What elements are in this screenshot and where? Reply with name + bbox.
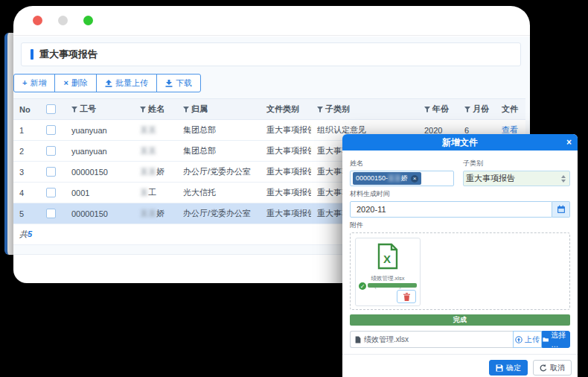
cell-name: 某某 [134,141,177,162]
cell-name: 某某娇 [134,203,177,224]
file-progress-bar [368,283,417,288]
calendar-icon [557,205,566,214]
cell-category: 重大事项报告 [261,203,311,224]
attachment-field-label: 附件 [350,221,570,230]
download-button[interactable]: 下载 [156,74,201,92]
header-month[interactable]: 月份 [458,99,496,120]
folder-icon [543,336,549,343]
close-window-button[interactable] [33,16,42,25]
name-tag: 00000150-某某娇 × [353,172,421,185]
header-year[interactable]: 年份 [418,99,458,120]
total-label: 共 [19,229,28,238]
cell-org: 集团总部 [177,141,261,162]
file-name-value: 绩效管理.xlsx [364,335,409,345]
upload-circle-icon [515,336,523,343]
upload-file-button[interactable]: 上传 [513,331,542,348]
x-icon: × [63,79,68,87]
header-no: No [13,99,40,120]
subcategory-value: 重大事项报告 [466,173,515,184]
add-button[interactable]: + 新增 [13,74,55,92]
header-org[interactable]: 归属 [177,99,261,120]
modal-close-icon[interactable]: × [566,136,572,149]
cell-no: 3 [13,162,40,183]
cell-name: 某工 [134,183,177,203]
view-file-link[interactable]: 查看 [502,125,518,134]
file-input-group: 绩效管理.xlsx 上传 选择 … [350,331,570,348]
select-spinner-icon [561,175,566,183]
select-all-checkbox[interactable] [46,104,56,114]
name-suffix: 工 [148,188,156,197]
filter-icon [424,107,430,113]
header-file: 文件 [496,99,525,120]
row-checkbox[interactable] [46,146,56,156]
add-button-label: 新增 [30,77,46,89]
confirm-button[interactable]: 确定 [489,360,528,376]
remove-tag-icon[interactable]: × [411,175,418,183]
cell-category: 重大事项报告 [261,183,311,203]
add-file-modal: 新增文件 × 姓名 00000150-某某娇 × 子类别 重 [342,134,578,377]
total-value: 5 [28,229,32,238]
filter-icon [464,107,470,113]
header-org-label: 归属 [191,104,208,113]
row-checkbox[interactable] [46,167,56,177]
header-subcategory[interactable]: 子类别 [311,99,418,120]
attachment-dropzone[interactable]: X 绩效管理.xlsx (14.58 KB) ✓ [350,232,570,310]
date-field-label: 材料生成时间 [350,189,570,199]
header-empid[interactable]: 工号 [65,99,134,120]
header-select-all [40,99,65,120]
date-field[interactable]: 2020-11 [350,201,552,218]
redacted-name: 某某 [140,209,156,218]
filter-icon [183,107,189,113]
choose-file-button[interactable]: 选择 … [542,331,570,348]
redacted-name: 某某 [140,146,156,155]
header-subcategory-label: 子类别 [325,104,350,113]
delete-button[interactable]: × 删除 [54,74,96,92]
cell-org: 集团总部 [177,120,261,141]
delete-button-label: 删除 [71,77,88,89]
cell-empid: yuanyuan [65,120,134,141]
table-header-row: No 工号 姓名 归属 文件类别 子类别 年份 月份 文件 [13,99,525,120]
modal-body: 姓名 00000150-某某娇 × 子类别 重大事项报告 [342,151,578,348]
choose-button-label: 选择 … [551,330,569,349]
header-category: 文件类别 [261,99,311,120]
upload-progress-bar: 完成 [350,314,570,326]
document-icon [355,336,361,343]
name-field[interactable]: 00000150-某某娇 × [350,171,454,186]
file-name-input[interactable]: 绩效管理.xlsx [350,331,513,348]
cell-empid: 0001 [65,183,134,203]
name-suffix: 娇 [156,209,164,218]
cell-org: 办公厅/党委办公室 [177,203,261,224]
minimize-window-button[interactable] [58,16,68,25]
progress-label: 完成 [453,315,467,325]
confirm-button-label: 确定 [506,363,521,373]
window-titlebar [13,6,530,36]
calendar-button[interactable] [552,201,570,218]
save-icon [496,364,503,372]
cell-empid: yuanyuan [65,141,134,162]
maximize-window-button[interactable] [83,16,93,25]
filter-icon [140,107,146,113]
header-name-label: 姓名 [148,104,164,113]
cell-name: 某某娇 [134,162,177,183]
undo-icon [540,364,547,372]
batch-upload-button[interactable]: 批量上传 [96,74,157,92]
page-title-panel: 重大事项报告 [21,42,521,66]
row-checkbox[interactable] [46,209,56,218]
upload-button-label: 上传 [525,335,540,345]
cancel-button[interactable]: 取消 [533,360,572,376]
cell-name: 某某 [134,120,177,141]
download-button-label: 下载 [176,77,192,89]
row-checkbox[interactable] [46,125,56,135]
redacted-name: 某某 [140,167,156,176]
row-checkbox[interactable] [46,188,56,197]
trash-icon [403,293,410,301]
title-accent-bar [31,49,33,60]
cell-no: 4 [13,183,40,203]
cell-category: 重大事项报告 [261,162,311,183]
header-name[interactable]: 姓名 [134,99,177,120]
delete-file-button[interactable] [397,290,416,303]
subcategory-select[interactable]: 重大事项报告 [463,171,570,186]
cell-category: 重大事项报告 [261,141,311,162]
name-tag-text: 00000150-某某娇 [356,174,408,183]
cell-no: 5 [13,203,40,224]
